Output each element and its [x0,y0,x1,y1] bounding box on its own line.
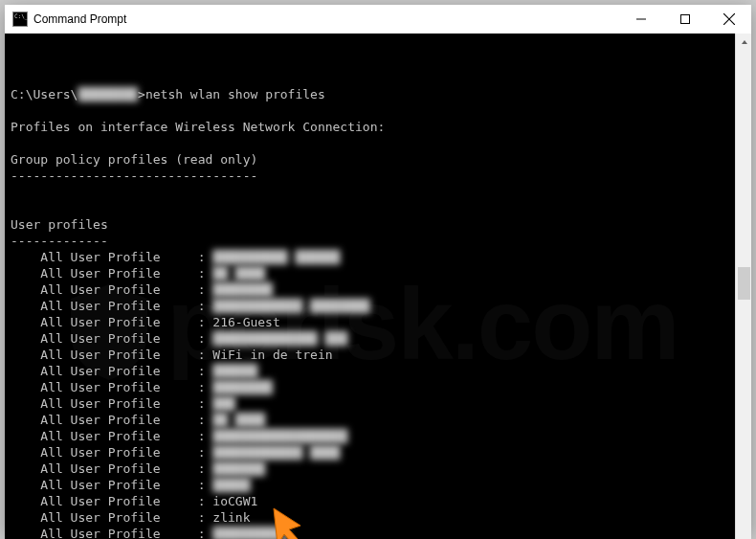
titlebar[interactable]: Command Prompt [5,5,751,34]
close-button[interactable] [707,5,751,34]
window-title: Command Prompt [33,12,126,26]
scroll-up-icon[interactable] [736,34,752,50]
minimize-button[interactable] [619,5,663,34]
svg-rect-1 [681,15,690,24]
maximize-button[interactable] [663,5,707,34]
vertical-scrollbar[interactable] [735,34,751,539]
scroll-thumb[interactable] [738,267,750,300]
command-prompt-window: Command Prompt pcrisk.com C:\Users\█████… [5,5,751,534]
terminal-output[interactable]: pcrisk.com C:\Users\████████>netsh wlan … [5,34,735,539]
client-area: pcrisk.com C:\Users\████████>netsh wlan … [5,34,751,539]
terminal-text: C:\Users\████████>netsh wlan show profil… [11,87,385,539]
cmd-icon [12,11,28,27]
